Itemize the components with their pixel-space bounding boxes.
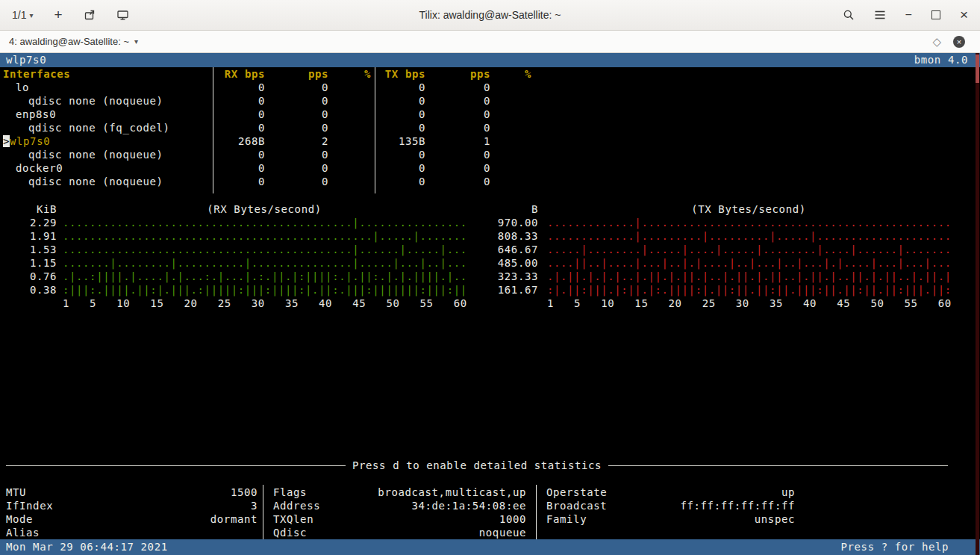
new-window-button[interactable] xyxy=(84,9,96,21)
bmon-version: bmon 4.0 xyxy=(914,53,968,67)
tilix-window: 1/1 ▾ + Tilix: awalding@aw-Satellite: ~ xyxy=(0,0,980,555)
table-divider xyxy=(213,67,213,193)
column-header-interfaces: Interfaces xyxy=(3,67,70,81)
graph-y-label: 161.67 xyxy=(481,283,538,297)
maximize-button[interactable] xyxy=(931,10,940,19)
detail-value: broadcast,multicast,up xyxy=(378,486,526,499)
terminal-tab[interactable]: 4: awalding@aw-Satellite: ~ ▾ xyxy=(9,36,138,47)
interface-name-text: enp8s0 xyxy=(16,108,56,120)
graph-line: .....|........|.....|....|.....|........… xyxy=(547,243,952,256)
cell-tx-pps: 1 xyxy=(484,134,490,148)
detail-label: Operstate xyxy=(546,486,607,499)
interface-name: qdisc none (fq_codel) xyxy=(28,121,170,134)
cell-rx-pps: 0 xyxy=(322,121,328,134)
cell-rx-bps: 0 xyxy=(258,175,265,188)
detail-label: Address xyxy=(273,499,320,512)
graph-y-label: 646.67 xyxy=(481,243,538,256)
graph-unit-label: B xyxy=(481,202,538,216)
cell-rx-bps: 0 xyxy=(258,108,265,121)
scrollbar[interactable] xyxy=(976,53,979,555)
cell-tx-bps: 135B xyxy=(399,134,425,148)
detail-value: up xyxy=(781,486,795,499)
notice-row: Press d to enable detailed statistics xyxy=(6,459,948,472)
cell-rx-bps: 268B xyxy=(238,134,265,148)
new-session-button[interactable]: + xyxy=(54,9,63,21)
graph-row: 646.67.....|........|.....|....|.....|..… xyxy=(0,243,980,256)
search-button[interactable] xyxy=(843,9,855,21)
cell-rx-bps: 0 xyxy=(258,148,265,161)
diamond-status-icon[interactable]: ◇ xyxy=(932,35,941,49)
cell-tx-pps: 0 xyxy=(484,94,490,108)
hamburger-menu-icon xyxy=(874,10,886,20)
notice-divider xyxy=(6,465,346,466)
cell-tx-pps: 0 xyxy=(484,108,490,121)
detail-value: ff:ff:ff:ff:ff:ff xyxy=(681,499,796,512)
detail-label: Mode xyxy=(6,512,33,526)
details-divider xyxy=(263,485,263,539)
detail-label: Qdisc xyxy=(273,526,307,539)
interface-row: docker00000 xyxy=(0,161,980,175)
cell-rx-bps: 0 xyxy=(258,121,265,134)
cell-rx-bps: 0 xyxy=(258,81,265,94)
details-row: ModedormantTXQlen1000Familyunspec xyxy=(0,512,980,526)
table-divider xyxy=(375,67,375,193)
interface-name-text: wlp7s0 xyxy=(10,135,50,147)
menu-button[interactable] xyxy=(874,10,886,20)
monitor-icon xyxy=(116,9,129,21)
minimize-button[interactable]: − xyxy=(905,8,912,22)
close-button[interactable]: × xyxy=(960,7,968,23)
cell-rx-pps: 0 xyxy=(322,108,328,121)
cell-tx-bps: 0 xyxy=(419,108,425,121)
graph-row: 485.00....||..|....|...|..|.|....|..|...… xyxy=(0,256,980,270)
tx-graph: B(TX Bytes/second)970.00.............|..… xyxy=(0,202,980,310)
window-title: Tilix: awalding@aw-Satellite: ~ xyxy=(419,9,561,21)
detail-value: noqueue xyxy=(479,526,526,539)
graph-row: 808.33.............|.........|.........|… xyxy=(0,229,980,243)
interface-name-text: qdisc none (noqueue) xyxy=(28,149,163,161)
terminal-screen[interactable]: wlp7s0 bmon 4.0 Interfaces RX bps pps % … xyxy=(0,53,980,555)
cell-rx-pps: 0 xyxy=(322,175,328,188)
search-icon xyxy=(843,9,855,21)
details-row: AliasQdiscnoqueue xyxy=(0,526,980,539)
iface-table-rows: lo0000qdisc none (noqueue)0000enp8s00000… xyxy=(0,81,980,188)
bmon-active-interface: wlp7s0 xyxy=(6,53,46,67)
qdisc-row: qdisc none (noqueue)0000 xyxy=(0,175,980,188)
graph-title-row: B(TX Bytes/second) xyxy=(0,202,980,216)
interface-name-text: qdisc none (noqueue) xyxy=(28,95,163,107)
detail-label: Alias xyxy=(6,526,40,539)
interface-name: enp8s0 xyxy=(16,108,56,121)
tab-label: 4: awalding@aw-Satellite: ~ xyxy=(9,36,129,47)
new-window-icon xyxy=(84,9,96,21)
interface-name: >wlp7s0 xyxy=(3,134,50,148)
detail-value: 1000 xyxy=(499,512,526,526)
graph-y-label: 808.33 xyxy=(481,229,538,243)
interface-name-text: lo xyxy=(16,81,29,93)
help-hint: Press ? for help xyxy=(841,539,949,555)
cell-tx-pps: 0 xyxy=(484,148,490,161)
selection-cursor: > xyxy=(3,135,10,147)
interface-name: qdisc none (noqueue) xyxy=(28,94,163,108)
tab-controls: ◇ × xyxy=(932,35,971,49)
interface-row: >wlp7s0268B2135B1 xyxy=(0,134,980,148)
scrollbar-thumb[interactable] xyxy=(976,55,979,83)
session-indicator: 1/1 xyxy=(12,9,26,21)
details-row: IfIndex3Address34:de:1a:54:08:eeBroadcas… xyxy=(0,499,980,512)
interface-row: lo0000 xyxy=(0,81,980,94)
iface-table-header: Interfaces RX bps pps % TX bps pps % xyxy=(0,67,980,81)
graph-axis-row: 1 5 10 15 20 25 30 35 40 45 50 55 60 xyxy=(0,297,980,310)
display-button[interactable] xyxy=(116,9,129,21)
cell-tx-bps: 0 xyxy=(419,81,425,94)
graph-y-label: 323.33 xyxy=(481,270,538,283)
graph-line: ....||..|....|...|..|.|....|..|...|..|..… xyxy=(547,256,952,270)
maximize-icon xyxy=(931,10,940,19)
titlebar-right-controls: − × xyxy=(843,7,980,23)
graph-row: 970.00.............|....................… xyxy=(0,216,980,229)
session-switcher[interactable]: 1/1 ▾ xyxy=(12,9,34,21)
graph-line: .|.||.|.|.|..|.||.|.||.|..|.||.|.||..|.|… xyxy=(547,270,952,283)
qdisc-row: qdisc none (noqueue)0000 xyxy=(0,148,980,161)
cell-rx-pps: 0 xyxy=(322,148,328,161)
cell-rx-pps: 2 xyxy=(322,134,328,148)
close-terminal-button[interactable]: × xyxy=(953,36,965,48)
details-row: MTU1500Flagsbroadcast,multicast,upOperst… xyxy=(0,486,980,499)
column-header-tx-pps: pps xyxy=(470,67,490,81)
